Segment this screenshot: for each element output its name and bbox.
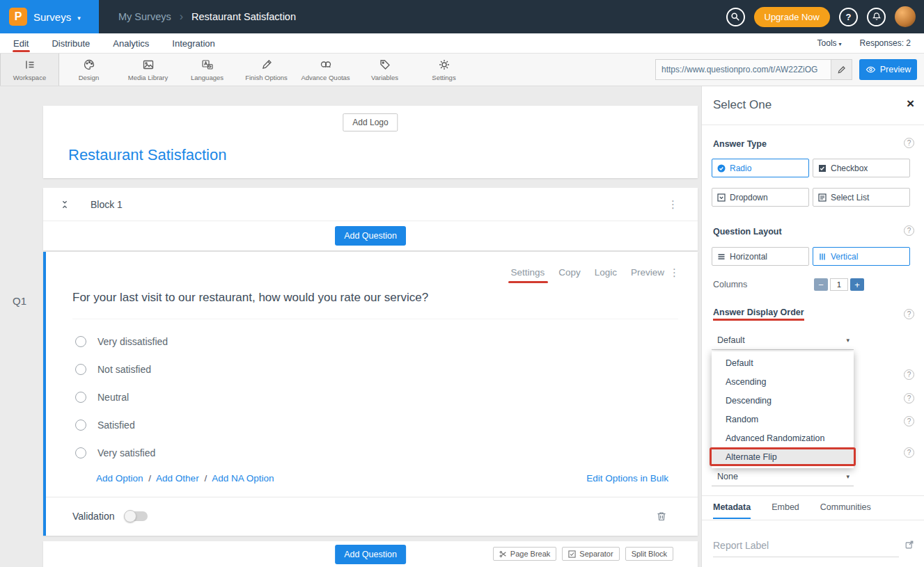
menu-item-advanced-randomization[interactable]: Advanced Randomization xyxy=(712,429,854,447)
product-switcher[interactable]: P Surveys ▾ xyxy=(0,0,99,33)
question-footer-divider xyxy=(46,497,698,497)
help-icon[interactable]: ? xyxy=(904,393,914,404)
menu-item-alternate-flip[interactable]: Alternate Flip xyxy=(710,447,856,466)
edit-options-in-bulk-link[interactable]: Edit Options in Bulk xyxy=(586,473,668,484)
preview-button[interactable]: Preview xyxy=(859,59,917,80)
tab-integration[interactable]: Integration xyxy=(172,33,214,53)
answer-type-radio[interactable]: Radio xyxy=(712,159,809,177)
add-question-button[interactable]: Add Question xyxy=(335,226,406,246)
radio-icon[interactable] xyxy=(75,392,86,403)
answer-display-order-menu: Default Ascending Descending Random Adva… xyxy=(712,351,854,468)
page-break-button[interactable]: Page Break xyxy=(493,547,556,561)
block-title[interactable]: Block 1 xyxy=(91,199,123,210)
answer-type-select-list[interactable]: Select List xyxy=(813,188,910,207)
panel-title: Select One xyxy=(713,98,772,112)
separator-button[interactable]: Separator xyxy=(562,547,619,561)
question-tab-preview[interactable]: Preview xyxy=(631,267,664,278)
radio-icon[interactable] xyxy=(75,336,86,347)
tab-communities[interactable]: Communities xyxy=(820,502,871,519)
plus-button[interactable]: + xyxy=(850,278,864,291)
add-option-link[interactable]: Add Option xyxy=(96,473,143,484)
add-question-button[interactable]: Add Question xyxy=(335,545,406,564)
answer-type-checkbox[interactable]: Checkbox xyxy=(813,159,910,177)
answer-option-row: Neutral xyxy=(75,392,129,403)
split-block-button[interactable]: Split Block xyxy=(625,547,673,561)
toolbar-item-variables[interactable]: Variables xyxy=(355,54,414,86)
help-button[interactable]: ? xyxy=(839,8,858,26)
add-other-link[interactable]: Add Other xyxy=(156,473,199,484)
toolbar-item-finish-options[interactable]: Finish Options xyxy=(237,54,296,86)
question-tab-copy[interactable]: Copy xyxy=(558,267,581,278)
responses-count[interactable]: Responses: 2 xyxy=(860,38,911,48)
help-icon[interactable]: ? xyxy=(904,309,914,319)
add-logo-button[interactable]: Add Logo xyxy=(343,113,398,131)
collapse-block-button[interactable] xyxy=(60,200,70,209)
report-label-input[interactable] xyxy=(713,537,899,557)
answer-option-label[interactable]: Not satisfied xyxy=(97,364,151,375)
answer-option-label[interactable]: Very satisfied xyxy=(97,447,155,458)
question-text[interactable]: For your last visit to our restaurant, h… xyxy=(72,291,428,305)
tab-analytics[interactable]: Analytics xyxy=(113,33,149,53)
radio-icon[interactable] xyxy=(75,364,86,375)
delete-question-button[interactable] xyxy=(656,511,667,522)
add-na-option-link[interactable]: Add NA Option xyxy=(212,473,274,484)
tab-metadata[interactable]: Metadata xyxy=(713,502,751,519)
answer-option-label[interactable]: Very dissatisfied xyxy=(97,336,168,347)
toolbar-item-media-library[interactable]: Media Library xyxy=(118,54,178,86)
survey-url-input[interactable] xyxy=(655,59,831,80)
tools-menu[interactable]: Tools▾ xyxy=(817,38,842,48)
answer-option-label[interactable]: Neutral xyxy=(97,392,129,403)
menu-item-random[interactable]: Random xyxy=(712,410,854,429)
radio-icon[interactable] xyxy=(75,447,86,458)
link-separator: / xyxy=(148,473,151,484)
layout-vertical[interactable]: Vertical xyxy=(813,247,910,266)
toggle-knob-icon xyxy=(124,510,136,522)
block-card: Block 1 ⋮ Add Question xyxy=(43,188,698,250)
search-icon xyxy=(730,12,740,22)
answer-type-dropdown[interactable]: Dropdown xyxy=(712,188,809,207)
question-tab-logic[interactable]: Logic xyxy=(595,267,617,278)
minus-button[interactable]: − xyxy=(814,278,828,291)
toolbar-item-advance-quotas[interactable]: Advance Quotas xyxy=(296,54,355,86)
validation-toggle[interactable] xyxy=(125,511,148,521)
menu-item-ascending[interactable]: Ascending xyxy=(712,372,854,391)
answer-display-order-select[interactable]: Default ▾ xyxy=(712,331,854,350)
tab-distribute[interactable]: Distribute xyxy=(52,33,90,53)
layout-horizontal[interactable]: Horizontal xyxy=(712,247,809,266)
toolbar-item-design[interactable]: Design xyxy=(59,54,118,86)
tab-edit-label: Edit xyxy=(13,38,29,49)
survey-title[interactable]: Restaurant Satisfaction xyxy=(68,146,226,164)
advance-quotas-icon xyxy=(320,58,332,71)
block-kebab-menu[interactable]: ⋮ xyxy=(668,198,678,211)
gear-icon xyxy=(438,58,451,71)
radio-icon[interactable] xyxy=(75,420,86,431)
tab-edit[interactable]: Edit xyxy=(13,33,29,53)
help-icon[interactable]: ? xyxy=(904,225,914,236)
edit-url-button[interactable] xyxy=(831,59,852,80)
tab-embed[interactable]: Embed xyxy=(772,502,799,519)
breadcrumb-my-surveys[interactable]: My Surveys xyxy=(118,11,171,22)
user-avatar[interactable] xyxy=(895,6,916,27)
question-kebab-menu[interactable]: ⋮ xyxy=(669,266,680,279)
breadcrumb-survey-name: Restaurant Satisfaction xyxy=(191,11,296,22)
block-footer-card: Add Question Page Break Separator Split … xyxy=(43,541,698,567)
toolbar-item-settings[interactable]: Settings xyxy=(414,54,473,86)
search-button[interactable] xyxy=(726,8,745,26)
help-icon[interactable]: ? xyxy=(904,138,914,148)
menu-item-default[interactable]: Default xyxy=(712,353,854,372)
help-icon[interactable]: ? xyxy=(904,447,914,458)
help-icon[interactable]: ? xyxy=(904,369,914,380)
question-tab-settings[interactable]: Settings xyxy=(510,267,545,278)
toolbar-item-label: Languages xyxy=(191,74,224,81)
external-link-button[interactable] xyxy=(905,540,914,550)
eye-icon xyxy=(866,65,876,74)
notifications-button[interactable] xyxy=(867,8,886,26)
toolbar-item-languages[interactable]: Languages xyxy=(178,54,237,86)
help-icon[interactable]: ? xyxy=(904,416,914,426)
menu-item-descending[interactable]: Descending xyxy=(712,391,854,410)
secondary-select[interactable]: None ▾ xyxy=(712,468,854,486)
close-icon[interactable]: × xyxy=(907,96,914,111)
answer-option-label[interactable]: Satisfied xyxy=(97,420,135,431)
toolbar-item-workspace[interactable]: Workspace xyxy=(0,54,59,86)
upgrade-now-button[interactable]: Upgrade Now xyxy=(754,7,831,27)
